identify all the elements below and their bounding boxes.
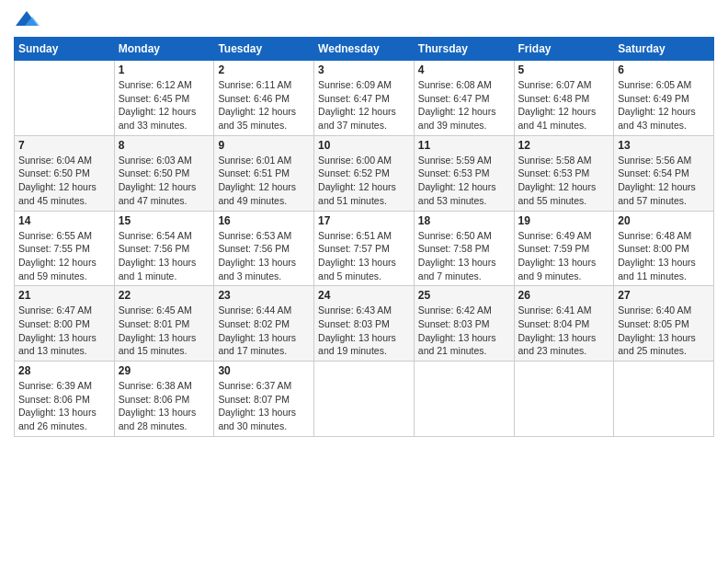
calendar-cell: 27Sunrise: 6:40 AM Sunset: 8:05 PM Dayli… bbox=[614, 286, 714, 362]
day-info: Sunrise: 6:48 AM Sunset: 8:00 PM Dayligh… bbox=[618, 229, 710, 283]
calendar-cell: 17Sunrise: 6:51 AM Sunset: 7:57 PM Dayli… bbox=[314, 211, 415, 286]
weekday-header-friday: Friday bbox=[514, 38, 614, 61]
day-info: Sunrise: 5:58 AM Sunset: 6:53 PM Dayligh… bbox=[518, 154, 610, 208]
calendar-cell: 15Sunrise: 6:54 AM Sunset: 7:56 PM Dayli… bbox=[114, 211, 214, 286]
weekday-header-monday: Monday bbox=[114, 38, 214, 61]
calendar-cell: 16Sunrise: 6:53 AM Sunset: 7:56 PM Dayli… bbox=[214, 211, 314, 286]
calendar-header: SundayMondayTuesdayWednesdayThursdayFrid… bbox=[15, 38, 714, 61]
day-number: 12 bbox=[518, 139, 610, 152]
day-number: 27 bbox=[618, 289, 710, 302]
day-info: Sunrise: 6:50 AM Sunset: 7:58 PM Dayligh… bbox=[418, 229, 510, 283]
day-info: Sunrise: 6:55 AM Sunset: 7:55 PM Dayligh… bbox=[18, 229, 110, 283]
day-number: 17 bbox=[318, 214, 410, 227]
calendar-cell: 24Sunrise: 6:43 AM Sunset: 8:03 PM Dayli… bbox=[314, 286, 415, 362]
day-info: Sunrise: 6:03 AM Sunset: 6:50 PM Dayligh… bbox=[119, 154, 210, 208]
day-number: 24 bbox=[318, 289, 410, 302]
day-number: 8 bbox=[119, 139, 210, 152]
day-number: 20 bbox=[618, 214, 710, 227]
weekday-header-sunday: Sunday bbox=[15, 38, 115, 61]
day-number: 23 bbox=[218, 289, 310, 302]
day-number: 30 bbox=[218, 364, 310, 377]
day-info: Sunrise: 5:59 AM Sunset: 6:53 PM Dayligh… bbox=[418, 154, 510, 208]
day-number: 5 bbox=[518, 63, 610, 76]
calendar-cell: 2Sunrise: 6:11 AM Sunset: 6:46 PM Daylig… bbox=[214, 61, 314, 136]
calendar-cell: 8Sunrise: 6:03 AM Sunset: 6:50 PM Daylig… bbox=[114, 135, 214, 211]
day-info: Sunrise: 6:45 AM Sunset: 8:01 PM Dayligh… bbox=[119, 304, 210, 358]
calendar-cell: 10Sunrise: 6:00 AM Sunset: 6:52 PM Dayli… bbox=[314, 135, 415, 211]
day-number: 18 bbox=[418, 214, 510, 227]
day-number: 1 bbox=[119, 63, 210, 76]
day-info: Sunrise: 6:07 AM Sunset: 6:48 PM Dayligh… bbox=[518, 78, 610, 132]
weekday-header-wednesday: Wednesday bbox=[314, 38, 415, 61]
day-info: Sunrise: 6:49 AM Sunset: 7:59 PM Dayligh… bbox=[518, 229, 610, 283]
calendar: SundayMondayTuesdayWednesdayThursdayFrid… bbox=[14, 37, 714, 437]
calendar-cell: 22Sunrise: 6:45 AM Sunset: 8:01 PM Dayli… bbox=[114, 286, 214, 362]
calendar-cell: 11Sunrise: 5:59 AM Sunset: 6:53 PM Dayli… bbox=[414, 135, 514, 211]
day-info: Sunrise: 6:42 AM Sunset: 8:03 PM Dayligh… bbox=[418, 304, 510, 358]
page-container: SundayMondayTuesdayWednesdayThursdayFrid… bbox=[0, 0, 728, 446]
calendar-cell: 19Sunrise: 6:49 AM Sunset: 7:59 PM Dayli… bbox=[514, 211, 614, 286]
weekday-header-thursday: Thursday bbox=[414, 38, 514, 61]
calendar-cell: 21Sunrise: 6:47 AM Sunset: 8:00 PM Dayli… bbox=[15, 286, 115, 362]
day-info: Sunrise: 6:40 AM Sunset: 8:05 PM Dayligh… bbox=[618, 304, 710, 358]
day-number: 10 bbox=[318, 139, 410, 152]
day-info: Sunrise: 6:53 AM Sunset: 7:56 PM Dayligh… bbox=[218, 229, 310, 283]
weekday-header-saturday: Saturday bbox=[614, 38, 714, 61]
calendar-cell: 7Sunrise: 6:04 AM Sunset: 6:50 PM Daylig… bbox=[15, 135, 115, 211]
calendar-cell: 18Sunrise: 6:50 AM Sunset: 7:58 PM Dayli… bbox=[414, 211, 514, 286]
day-number: 7 bbox=[18, 139, 110, 152]
calendar-cell bbox=[614, 362, 714, 437]
day-number: 13 bbox=[618, 139, 710, 152]
day-info: Sunrise: 6:39 AM Sunset: 8:06 PM Dayligh… bbox=[18, 379, 110, 433]
header bbox=[14, 9, 714, 29]
day-info: Sunrise: 6:44 AM Sunset: 8:02 PM Dayligh… bbox=[218, 304, 310, 358]
day-number: 14 bbox=[18, 214, 110, 227]
logo-icon bbox=[14, 9, 40, 29]
calendar-cell: 3Sunrise: 6:09 AM Sunset: 6:47 PM Daylig… bbox=[314, 61, 415, 136]
calendar-week-5: 28Sunrise: 6:39 AM Sunset: 8:06 PM Dayli… bbox=[15, 362, 714, 437]
day-info: Sunrise: 6:41 AM Sunset: 8:04 PM Dayligh… bbox=[518, 304, 610, 358]
day-info: Sunrise: 6:51 AM Sunset: 7:57 PM Dayligh… bbox=[318, 229, 410, 283]
day-number: 11 bbox=[418, 139, 510, 152]
calendar-cell: 20Sunrise: 6:48 AM Sunset: 8:00 PM Dayli… bbox=[614, 211, 714, 286]
day-number: 28 bbox=[18, 364, 110, 377]
day-info: Sunrise: 6:09 AM Sunset: 6:47 PM Dayligh… bbox=[318, 78, 410, 132]
day-info: Sunrise: 6:37 AM Sunset: 8:07 PM Dayligh… bbox=[218, 379, 310, 433]
calendar-cell: 1Sunrise: 6:12 AM Sunset: 6:45 PM Daylig… bbox=[114, 61, 214, 136]
day-info: Sunrise: 6:47 AM Sunset: 8:00 PM Dayligh… bbox=[18, 304, 110, 358]
day-number: 29 bbox=[119, 364, 210, 377]
day-number: 3 bbox=[318, 63, 410, 76]
calendar-cell: 29Sunrise: 6:38 AM Sunset: 8:06 PM Dayli… bbox=[114, 362, 214, 437]
calendar-cell bbox=[15, 61, 115, 136]
calendar-cell: 13Sunrise: 5:56 AM Sunset: 6:54 PM Dayli… bbox=[614, 135, 714, 211]
calendar-cell: 14Sunrise: 6:55 AM Sunset: 7:55 PM Dayli… bbox=[15, 211, 115, 286]
calendar-cell: 6Sunrise: 6:05 AM Sunset: 6:49 PM Daylig… bbox=[614, 61, 714, 136]
day-info: Sunrise: 6:04 AM Sunset: 6:50 PM Dayligh… bbox=[18, 154, 110, 208]
day-info: Sunrise: 6:08 AM Sunset: 6:47 PM Dayligh… bbox=[418, 78, 510, 132]
calendar-cell: 23Sunrise: 6:44 AM Sunset: 8:02 PM Dayli… bbox=[214, 286, 314, 362]
day-info: Sunrise: 6:54 AM Sunset: 7:56 PM Dayligh… bbox=[119, 229, 210, 283]
calendar-cell: 30Sunrise: 6:37 AM Sunset: 8:07 PM Dayli… bbox=[214, 362, 314, 437]
calendar-cell: 4Sunrise: 6:08 AM Sunset: 6:47 PM Daylig… bbox=[414, 61, 514, 136]
day-number: 4 bbox=[418, 63, 510, 76]
calendar-cell: 25Sunrise: 6:42 AM Sunset: 8:03 PM Dayli… bbox=[414, 286, 514, 362]
calendar-cell: 28Sunrise: 6:39 AM Sunset: 8:06 PM Dayli… bbox=[15, 362, 115, 437]
calendar-week-2: 7Sunrise: 6:04 AM Sunset: 6:50 PM Daylig… bbox=[15, 135, 714, 211]
day-number: 15 bbox=[119, 214, 210, 227]
weekday-header-tuesday: Tuesday bbox=[214, 38, 314, 61]
day-number: 16 bbox=[218, 214, 310, 227]
calendar-cell bbox=[414, 362, 514, 437]
day-number: 21 bbox=[18, 289, 110, 302]
calendar-cell: 12Sunrise: 5:58 AM Sunset: 6:53 PM Dayli… bbox=[514, 135, 614, 211]
calendar-cell bbox=[314, 362, 415, 437]
day-info: Sunrise: 6:01 AM Sunset: 6:51 PM Dayligh… bbox=[218, 154, 310, 208]
calendar-cell: 9Sunrise: 6:01 AM Sunset: 6:51 PM Daylig… bbox=[214, 135, 314, 211]
day-number: 19 bbox=[518, 214, 610, 227]
calendar-cell: 26Sunrise: 6:41 AM Sunset: 8:04 PM Dayli… bbox=[514, 286, 614, 362]
calendar-week-1: 1Sunrise: 6:12 AM Sunset: 6:45 PM Daylig… bbox=[15, 61, 714, 136]
day-number: 25 bbox=[418, 289, 510, 302]
calendar-cell bbox=[514, 362, 614, 437]
day-number: 2 bbox=[218, 63, 310, 76]
day-info: Sunrise: 6:05 AM Sunset: 6:49 PM Dayligh… bbox=[618, 78, 710, 132]
day-number: 9 bbox=[218, 139, 310, 152]
